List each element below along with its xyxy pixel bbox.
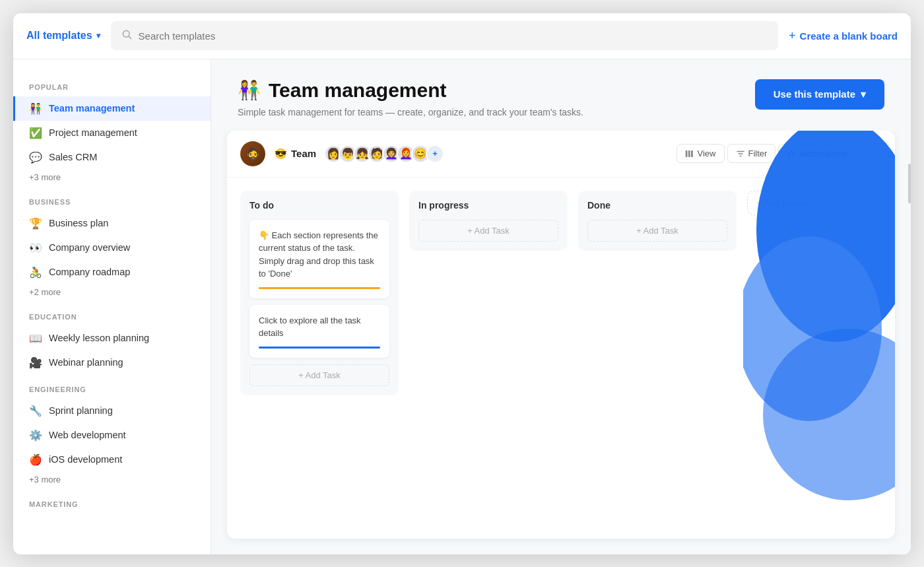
preview-area: 🧔 😎 Team 👩 👦 👧 🧑 👩‍🦱 👩‍🦰 bbox=[211, 131, 911, 554]
template-title: Team management bbox=[269, 79, 447, 102]
sidebar-item-company-roadmap[interactable]: 🚴 Company roadmap bbox=[13, 260, 211, 284]
sidebar-item-ios-development[interactable]: 🍎 iOS development bbox=[13, 448, 211, 472]
todo-column: To do 👇 Each section represents the curr… bbox=[240, 191, 399, 395]
filter-label: Filter bbox=[748, 149, 768, 158]
education-section-label: EDUCATION bbox=[13, 313, 211, 326]
content-area: 👫 Team management Simple task management… bbox=[211, 59, 911, 554]
task-card[interactable]: Click to explore all the task details bbox=[249, 305, 389, 358]
create-blank-button[interactable]: + Create a blank board bbox=[789, 29, 898, 43]
main-content: POPULAR 👫 Team management ✅ Project mana… bbox=[13, 59, 911, 554]
popular-section-label: POPULAR bbox=[13, 83, 211, 96]
add-task-button-inprogress[interactable]: + Add Task bbox=[418, 220, 558, 242]
board-columns: To do 👇 Each section represents the curr… bbox=[227, 178, 895, 539]
sidebar-item-company-overview[interactable]: 👀 Company overview bbox=[13, 236, 211, 260]
template-emoji: 👫 bbox=[238, 79, 261, 101]
automations-button[interactable]: Automations bbox=[778, 144, 855, 163]
project-mgmt-icon: ✅ bbox=[29, 127, 42, 139]
business-section-label: BUSINESS bbox=[13, 198, 211, 211]
weekly-lesson-icon: 📖 bbox=[29, 332, 42, 345]
team-mgmt-icon: 👫 bbox=[29, 102, 42, 115]
weekly-lesson-label: Weekly lesson planning bbox=[49, 333, 149, 343]
svg-rect-4 bbox=[691, 150, 693, 157]
all-templates-label: All templates bbox=[26, 30, 92, 42]
popular-more[interactable]: +3 more bbox=[13, 170, 211, 187]
task-card[interactable]: 👇 Each section represents the current st… bbox=[249, 220, 389, 298]
company-overview-icon: 👀 bbox=[29, 242, 42, 254]
more-options-button[interactable]: ··· bbox=[859, 143, 882, 164]
avatar: 🧔 bbox=[240, 141, 265, 166]
sidebar-item-team-management[interactable]: 👫 Team management bbox=[13, 96, 211, 121]
top-bar: All templates ▾ + Create a blank board bbox=[13, 13, 911, 59]
svg-rect-3 bbox=[688, 150, 690, 157]
search-input[interactable] bbox=[139, 30, 768, 42]
task-text: 👇 Each section represents the current st… bbox=[259, 229, 380, 281]
svg-rect-2 bbox=[685, 150, 687, 157]
project-mgmt-label: Project management bbox=[49, 127, 137, 138]
sales-crm-icon: 💬 bbox=[29, 151, 42, 164]
add-member-button[interactable]: + bbox=[426, 145, 444, 163]
engineering-section-label: ENGINEERING bbox=[13, 385, 211, 399]
sidebar-item-sprint-planning[interactable]: 🔧 Sprint planning bbox=[13, 399, 211, 423]
board-actions: View Filter Automations ··· bbox=[676, 143, 882, 164]
sidebar-item-webinar-planning[interactable]: 🎥 Webinar planning bbox=[13, 350, 211, 375]
sidebar-item-web-development[interactable]: ⚙️ Web development bbox=[13, 423, 211, 448]
business-more[interactable]: +2 more bbox=[13, 284, 211, 302]
add-task-button-todo[interactable]: + Add Task bbox=[249, 364, 389, 386]
add-section-area: + Add section bbox=[747, 191, 840, 215]
use-template-button[interactable]: Use this template ▾ bbox=[755, 79, 884, 110]
all-templates-button[interactable]: All templates ▾ bbox=[26, 30, 100, 42]
in-progress-column-title: In progress bbox=[418, 200, 558, 211]
in-progress-column: In progress + Add Task bbox=[409, 191, 568, 251]
company-roadmap-icon: 🚴 bbox=[29, 266, 42, 279]
engineering-more[interactable]: +3 more bbox=[13, 472, 211, 490]
template-header: 👫 Team management Simple task management… bbox=[211, 59, 911, 131]
use-template-label: Use this template bbox=[774, 88, 855, 100]
task-progress-bar bbox=[259, 347, 380, 349]
board-preview: 🧔 😎 Team 👩 👦 👧 🧑 👩‍🦱 👩‍🦰 bbox=[227, 131, 895, 539]
ios-dev-label: iOS development bbox=[49, 454, 122, 465]
ios-dev-icon: 🍎 bbox=[29, 453, 42, 466]
sprint-planning-label: Sprint planning bbox=[49, 405, 113, 416]
filter-button[interactable]: Filter bbox=[727, 144, 776, 163]
sidebar-item-weekly-lesson[interactable]: 📖 Weekly lesson planning bbox=[13, 326, 211, 350]
automations-label: Automations bbox=[799, 149, 847, 158]
sidebar-item-project-management[interactable]: ✅ Project management bbox=[13, 121, 211, 145]
webinar-planning-label: Webinar planning bbox=[49, 357, 123, 368]
chevron-down-icon: ▾ bbox=[96, 31, 100, 40]
add-task-button-done[interactable]: + Add Task bbox=[587, 220, 727, 242]
template-title-area: 👫 Team management Simple task management… bbox=[238, 79, 583, 117]
search-icon bbox=[121, 29, 132, 42]
board-team-name: 😎 Team bbox=[275, 148, 316, 160]
sales-crm-label: Sales CRM bbox=[49, 152, 97, 162]
business-plan-label: Business plan bbox=[49, 218, 108, 228]
app-window: All templates ▾ + Create a blank board P… bbox=[13, 13, 911, 554]
template-title-row: 👫 Team management bbox=[238, 79, 583, 102]
scrollbar-indicator[interactable] bbox=[908, 164, 911, 203]
board-team-label: Team bbox=[291, 148, 316, 159]
marketing-section-label: MARKETING bbox=[13, 500, 211, 514]
company-roadmap-label: Company roadmap bbox=[49, 267, 130, 277]
business-plan-icon: 🏆 bbox=[29, 217, 42, 230]
webinar-planning-icon: 🎥 bbox=[29, 356, 42, 369]
svg-line-1 bbox=[128, 36, 131, 39]
view-label: View bbox=[698, 149, 716, 158]
team-emoji-icon: 😎 bbox=[275, 148, 287, 160]
web-dev-icon: ⚙️ bbox=[29, 429, 42, 442]
web-dev-label: Web development bbox=[49, 430, 126, 440]
sprint-planning-icon: 🔧 bbox=[29, 405, 42, 417]
sidebar: POPULAR 👫 Team management ✅ Project mana… bbox=[13, 59, 211, 554]
create-blank-label: Create a blank board bbox=[800, 30, 898, 42]
chevron-down-icon: ▾ bbox=[861, 88, 866, 100]
view-button[interactable]: View bbox=[676, 144, 725, 163]
task-progress-bar bbox=[259, 287, 380, 289]
board-header: 🧔 😎 Team 👩 👦 👧 🧑 👩‍🦱 👩‍🦰 bbox=[227, 131, 895, 178]
plus-icon: + bbox=[789, 29, 796, 43]
template-description: Simple task management for teams — creat… bbox=[238, 107, 583, 117]
sidebar-item-sales-crm[interactable]: 💬 Sales CRM bbox=[13, 145, 211, 170]
sidebar-item-business-plan[interactable]: 🏆 Business plan bbox=[13, 211, 211, 236]
done-column: Done + Add Task bbox=[578, 191, 737, 251]
add-section-button[interactable]: + Add section bbox=[747, 191, 818, 215]
task-text: Click to explore all the task details bbox=[259, 314, 380, 340]
company-overview-label: Company overview bbox=[49, 242, 130, 253]
todo-column-title: To do bbox=[249, 200, 389, 211]
